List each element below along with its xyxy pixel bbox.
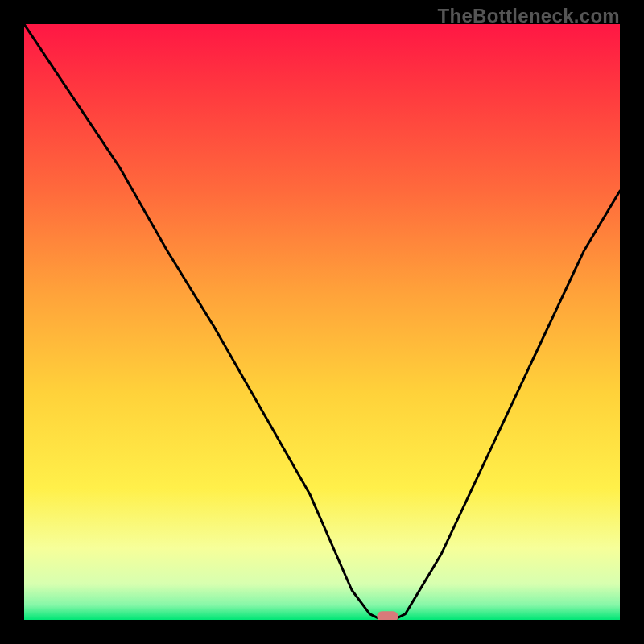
- optimal-marker: [377, 611, 398, 620]
- chart-frame: TheBottleneck.com: [0, 0, 644, 644]
- gradient-background: [24, 24, 620, 620]
- chart-svg: [24, 24, 620, 620]
- plot-area: [24, 24, 620, 620]
